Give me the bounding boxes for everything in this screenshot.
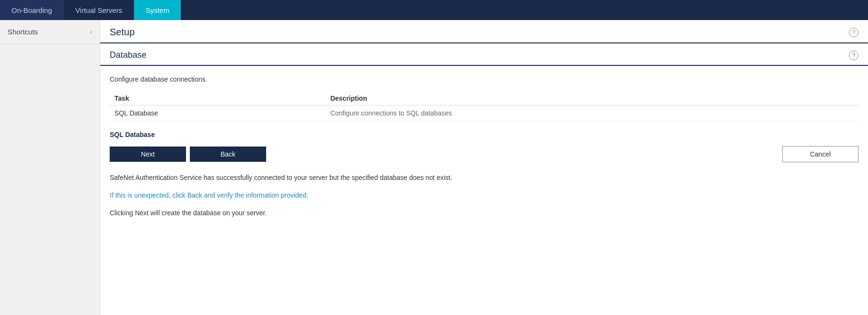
back-button[interactable]: Back <box>190 147 266 162</box>
tab-virtual-servers[interactable]: Virtual Servers <box>64 0 134 20</box>
status-message: SafeNet Authentication Service has succe… <box>110 173 858 183</box>
top-nav: On-Boarding Virtual Servers System <box>0 0 868 20</box>
main-layout: Shortcuts ‹ Setup ? Database ? Configure… <box>0 20 868 315</box>
database-table: Task Description SQL Database Configure … <box>110 92 858 121</box>
task-cell: SQL Database <box>110 105 326 121</box>
database-help-icon[interactable]: ? <box>849 51 858 60</box>
action-message: Clicking Next will create the database o… <box>110 208 858 218</box>
table-header-row: Task Description <box>110 92 858 105</box>
next-button[interactable]: Next <box>110 147 186 162</box>
main-content: Setup ? Database ? Configure database co… <box>100 20 868 315</box>
cancel-button[interactable]: Cancel <box>782 146 858 162</box>
sidebar: Shortcuts ‹ <box>0 20 100 315</box>
setup-header: Setup ? <box>100 20 868 43</box>
sql-db-section-label: SQL Database <box>110 131 858 138</box>
info-message: If this is unexpected, click Back and ve… <box>110 190 858 200</box>
setup-help-icon[interactable]: ? <box>849 28 858 37</box>
shortcuts-label: Shortcuts <box>8 28 38 36</box>
table-row: SQL Database Configure connections to SQ… <box>110 105 858 121</box>
setup-title: Setup <box>110 27 134 38</box>
tab-system[interactable]: System <box>134 0 181 20</box>
database-header: Database ? <box>100 43 868 66</box>
tab-onboarding[interactable]: On-Boarding <box>0 0 64 20</box>
chevron-left-icon: ‹ <box>90 28 92 35</box>
col-task: Task <box>110 92 326 105</box>
database-title: Database <box>110 50 146 60</box>
col-description: Description <box>326 92 858 105</box>
content-area: Configure database connections. Task Des… <box>100 66 868 235</box>
configure-text: Configure database connections. <box>110 75 858 83</box>
description-cell: Configure connections to SQL databases <box>326 105 858 121</box>
sidebar-shortcuts[interactable]: Shortcuts ‹ <box>0 20 100 44</box>
button-row: Next Back Cancel <box>110 146 858 162</box>
